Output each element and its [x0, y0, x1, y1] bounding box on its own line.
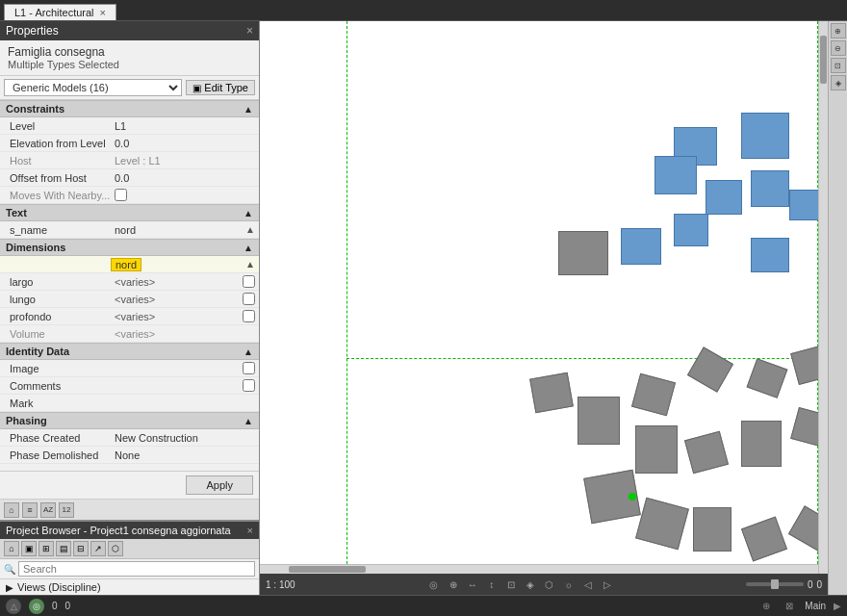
offset-value: 0.0 — [111, 171, 259, 185]
tree-expand-icon: ▶ — [6, 582, 13, 593]
browser-icon-camera[interactable]: ▣ — [21, 541, 37, 556]
browser-icon-sheet[interactable]: ▤ — [56, 541, 71, 556]
shape-blue-14[interactable] — [751, 238, 789, 272]
image-checkbox[interactable] — [243, 362, 255, 374]
toolbar-icon-3[interactable]: AZ — [40, 502, 56, 518]
right-icon-4[interactable]: ◈ — [831, 75, 846, 90]
largo-checkbox[interactable] — [243, 275, 255, 288]
sname-label: s_name — [0, 224, 111, 236]
moves-checkbox[interactable] — [115, 189, 127, 201]
tree-item-label: Views (Discipline) — [17, 581, 101, 593]
dimensions-header-row: nord ▲ — [0, 256, 259, 273]
apply-button[interactable]: Apply — [186, 475, 253, 495]
identity-collapse-icon: ▲ — [244, 346, 253, 357]
phasing-section-header[interactable]: Phasing ▲ — [0, 412, 259, 429]
image-label: Image — [0, 363, 111, 374]
scale-label: 1 : 100 — [266, 579, 295, 590]
shape-gray-23[interactable] — [693, 507, 732, 552]
canvas-icon-4[interactable]: ↕ — [484, 577, 500, 592]
view-tab[interactable]: L1 - Architectural × — [4, 4, 116, 20]
text-section-header[interactable]: Text ▲ — [0, 204, 259, 221]
shape-gray-24[interactable] — [741, 517, 787, 562]
right-icon-2[interactable]: ⊖ — [831, 40, 846, 56]
toolbar-icon-2[interactable]: ≡ — [22, 502, 38, 518]
canvas-icon-10[interactable]: ▷ — [600, 577, 615, 592]
scrollbar-horizontal[interactable] — [260, 564, 818, 574]
browser-icon-home[interactable]: ⌂ — [4, 541, 19, 556]
moves-row: Moves With Nearby... — [0, 187, 259, 204]
canvas-icon-5[interactable]: ⊡ — [503, 577, 519, 592]
browser-search-input[interactable] — [18, 561, 255, 577]
dimensions-header-up-icon: ▲ — [245, 259, 259, 270]
elevation-label: Elevation from Level — [0, 138, 111, 149]
profondo-checkbox[interactable] — [243, 310, 255, 322]
edit-type-button[interactable]: ▣ Edit Type — [186, 80, 255, 95]
shape-blue-8[interactable] — [674, 214, 708, 246]
offset-row: Offset from Host 0.0 — [0, 169, 259, 187]
lungo-checkbox[interactable] — [243, 293, 255, 305]
properties-close-icon[interactable]: × — [246, 24, 253, 38]
mark-row: Mark — [0, 395, 259, 412]
shape-blue-5[interactable] — [706, 180, 742, 215]
shape-gray-5[interactable] — [687, 346, 733, 392]
browser-icon-expand[interactable]: ⊟ — [73, 541, 89, 556]
shape-gray-14[interactable] — [684, 431, 729, 475]
browser-icon-link[interactable]: ⬡ — [108, 541, 123, 556]
browser-header: Project Browser - Project1 consegna aggi… — [0, 522, 259, 539]
shape-blue-6[interactable] — [751, 170, 789, 207]
comments-row: Comments — [0, 377, 259, 395]
browser-tree-item[interactable]: ▶ Views (Discipline) — [0, 579, 259, 595]
shape-blue-9[interactable] — [789, 190, 822, 220]
shape-gray-22[interactable] — [635, 498, 689, 550]
status-icon-2[interactable]: ◎ — [29, 599, 44, 614]
shape-gray-6[interactable] — [747, 358, 788, 398]
constraints-section-header[interactable]: Constraints ▲ — [0, 100, 259, 117]
edit-type-label: Edit Type — [204, 82, 248, 93]
comments-checkbox[interactable] — [243, 379, 255, 392]
tab-label: L1 - Architectural — [14, 7, 94, 18]
shape-gray-2[interactable] — [529, 372, 574, 413]
canvas-icon-6[interactable]: ◈ — [523, 577, 538, 592]
shape-gray-15[interactable] — [741, 421, 782, 467]
shape-gray-13[interactable] — [635, 425, 678, 474]
browser-icon-export[interactable]: ↗ — [90, 541, 106, 556]
shape-gray-1[interactable] — [558, 231, 608, 275]
canvas-icon-9[interactable]: ◁ — [580, 577, 596, 592]
toolbar-icon-1[interactable]: ⌂ — [4, 502, 19, 518]
canvas-icon-1[interactable]: ◎ — [426, 577, 442, 592]
level-label: Level — [0, 120, 111, 132]
bottom-status-bar: △ ◎ 0 0 ⊕ ⊠ Main ▶ — [0, 595, 847, 616]
canvas-icon-3[interactable]: ↔ — [465, 577, 480, 592]
toolbar-icon-4[interactable]: 12 — [59, 502, 74, 518]
shape-gray-4[interactable] — [631, 373, 676, 417]
type-dropdown[interactable]: Generic Models (16) — [4, 79, 182, 96]
apply-area: Apply — [0, 471, 259, 499]
status-icon-3[interactable]: ⊕ — [758, 599, 774, 614]
scrollbar-thumb-vertical[interactable] — [820, 36, 827, 84]
canvas-icon-8[interactable]: ☼ — [561, 577, 577, 592]
tab-close-icon[interactable]: × — [100, 7, 106, 18]
identity-section-header[interactable]: Identity Data ▲ — [0, 343, 259, 360]
zoom-slider-area[interactable] — [746, 582, 804, 586]
dimensions-section-header[interactable]: Dimensions ▲ — [0, 239, 259, 256]
browser-close-icon[interactable]: × — [247, 525, 253, 536]
shape-blue-2[interactable] — [741, 113, 789, 159]
phase-created-row: Phase Created New Construction — [0, 429, 259, 447]
profondo-label: profondo — [0, 311, 111, 322]
status-coords-x: 0 — [52, 601, 58, 611]
scrollbar-vertical[interactable] — [818, 21, 828, 574]
canvas-icon-7[interactable]: ⬡ — [542, 577, 557, 592]
browser-icon-table[interactable]: ⊞ — [38, 541, 54, 556]
right-icon-3[interactable]: ⊡ — [831, 58, 846, 73]
moves-label: Moves With Nearby... — [0, 190, 111, 201]
canvas-icon-2[interactable]: ⊕ — [446, 577, 461, 592]
sname-value: nord — [111, 223, 245, 237]
scrollbar-thumb-horizontal[interactable] — [289, 566, 366, 573]
status-icon-4[interactable]: ⊠ — [782, 599, 797, 614]
shape-blue-7[interactable] — [621, 228, 661, 265]
status-chevron-icon[interactable]: ▶ — [834, 601, 841, 611]
right-icon-1[interactable]: ⊕ — [831, 23, 846, 38]
status-icon-1[interactable]: △ — [6, 599, 21, 614]
shape-gray-3[interactable] — [578, 397, 620, 445]
shape-blue-4[interactable] — [654, 156, 697, 194]
